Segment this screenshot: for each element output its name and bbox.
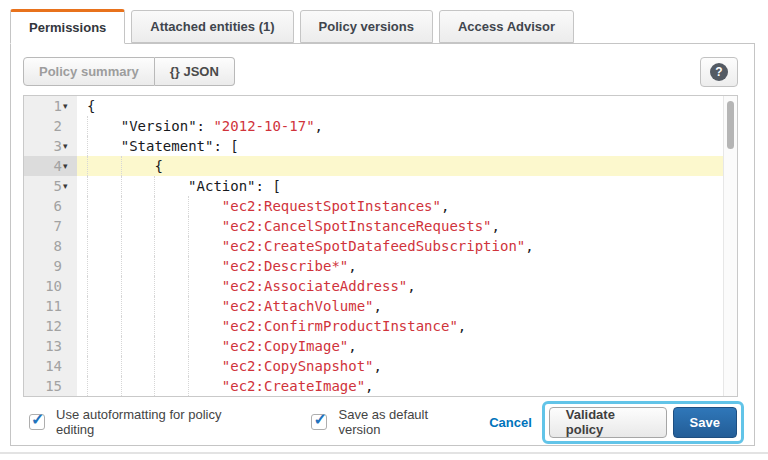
editor-gutter: 1▾2▾3▾4▾5▾6▾7▾8▾9▾10▾11▾12▾13▾14▾15▾ bbox=[24, 96, 77, 396]
permissions-panel: Policy summary {} JSON ? 1▾2▾3▾4▾5▾6▾7▾8… bbox=[10, 43, 755, 446]
gutter-line: 11▾ bbox=[24, 296, 77, 316]
gutter-line: 7▾ bbox=[24, 216, 77, 236]
gutter-line: 4▾ bbox=[24, 156, 77, 176]
json-view-button[interactable]: {} JSON bbox=[155, 57, 235, 86]
indent-guide bbox=[154, 376, 188, 396]
indent-guide bbox=[87, 296, 121, 316]
line-number: 15 bbox=[45, 376, 62, 396]
indent-guide bbox=[154, 356, 188, 376]
fold-arrow-icon[interactable]: ▾ bbox=[63, 136, 74, 156]
gutter-line: 1▾ bbox=[24, 96, 77, 116]
tab-attached-entities-1[interactable]: Attached entities (1) bbox=[131, 10, 293, 43]
indent-guide bbox=[154, 196, 188, 216]
indent-guide bbox=[188, 276, 222, 296]
policy-editor-page: PermissionsAttached entities (1)Policy v… bbox=[0, 0, 768, 460]
indent-guide bbox=[87, 376, 121, 396]
question-mark-icon: ? bbox=[710, 63, 728, 81]
indent-guide bbox=[154, 216, 188, 236]
line-number: 3 bbox=[54, 136, 62, 156]
indent-guide bbox=[121, 376, 155, 396]
indent-guide bbox=[87, 316, 121, 336]
tab-access-advisor[interactable]: Access Advisor bbox=[439, 10, 574, 43]
fold-arrow-icon[interactable]: ▾ bbox=[63, 96, 74, 116]
line-number: 2 bbox=[54, 116, 62, 136]
indent-guide bbox=[87, 176, 121, 196]
indent-guide bbox=[121, 176, 155, 196]
gutter-line: 12▾ bbox=[24, 316, 77, 336]
indent-guide bbox=[121, 256, 155, 276]
line-number: 7 bbox=[54, 216, 62, 236]
indent-guide bbox=[121, 196, 155, 216]
tab-policy-versions[interactable]: Policy versions bbox=[300, 10, 433, 43]
help-button[interactable]: ? bbox=[700, 57, 738, 87]
indent-guide bbox=[188, 236, 222, 256]
code-line: "ec2:AttachVolume", bbox=[77, 296, 723, 316]
indent-guide bbox=[154, 336, 188, 356]
gutter-line: 13▾ bbox=[24, 336, 77, 356]
autoformat-checkbox[interactable]: ✓ bbox=[29, 414, 45, 430]
save-button[interactable]: Save bbox=[673, 407, 737, 438]
line-number: 12 bbox=[45, 316, 62, 336]
cancel-link[interactable]: Cancel bbox=[489, 415, 532, 430]
indent-guide bbox=[154, 256, 188, 276]
gutter-line: 9▾ bbox=[24, 256, 77, 276]
check-icon: ✓ bbox=[313, 410, 326, 429]
editor-scrollbar[interactable] bbox=[723, 96, 737, 396]
code-line: "ec2:RequestSpotInstances", bbox=[77, 196, 723, 216]
indent-guide bbox=[87, 236, 121, 256]
gutter-line: 6▾ bbox=[24, 196, 77, 216]
code-line: "ec2:ConfirmProductInstance", bbox=[77, 316, 723, 336]
validate-policy-button[interactable]: Validate policy bbox=[549, 407, 667, 438]
indent-guide bbox=[188, 216, 222, 236]
indent-guide bbox=[121, 216, 155, 236]
indent-guide bbox=[188, 256, 222, 276]
editor-code[interactable]: {"Version": "2012-10-17","Statement": [{… bbox=[77, 96, 723, 396]
indent-guide bbox=[154, 236, 188, 256]
json-code-editor[interactable]: 1▾2▾3▾4▾5▾6▾7▾8▾9▾10▾11▾12▾13▾14▾15▾ {"V… bbox=[23, 95, 738, 397]
gutter-line: 3▾ bbox=[24, 136, 77, 156]
indent-guide bbox=[188, 296, 222, 316]
policy-summary-button[interactable]: Policy summary bbox=[23, 57, 155, 86]
indent-guide bbox=[87, 256, 121, 276]
action-buttons-focus-ring: Validate policy Save bbox=[542, 401, 744, 444]
indent-guide bbox=[87, 136, 121, 156]
line-number: 5 bbox=[54, 176, 62, 196]
indent-guide bbox=[188, 196, 222, 216]
scrollbar-thumb[interactable] bbox=[727, 101, 734, 149]
indent-guide bbox=[87, 196, 121, 216]
indent-guide bbox=[121, 336, 155, 356]
indent-guide bbox=[154, 176, 188, 196]
indent-guide bbox=[154, 316, 188, 336]
indent-guide bbox=[188, 356, 222, 376]
indent-guide bbox=[188, 336, 222, 356]
indent-guide bbox=[188, 316, 222, 336]
line-number: 8 bbox=[54, 236, 62, 256]
view-toggle-group: Policy summary {} JSON bbox=[23, 57, 235, 86]
tab-permissions[interactable]: Permissions bbox=[10, 9, 125, 44]
code-line: { bbox=[77, 156, 723, 176]
code-line: "ec2:AssociateAddress", bbox=[77, 276, 723, 296]
line-number: 13 bbox=[45, 336, 62, 356]
indent-guide bbox=[121, 276, 155, 296]
default-version-checkbox[interactable]: ✓ bbox=[311, 414, 327, 430]
gutter-line: 2▾ bbox=[24, 116, 77, 136]
indent-guide bbox=[154, 276, 188, 296]
indent-guide bbox=[121, 156, 155, 176]
code-line: "ec2:Describe*", bbox=[77, 256, 723, 276]
line-number: 1 bbox=[54, 96, 62, 116]
indent-guide bbox=[121, 296, 155, 316]
fold-arrow-icon[interactable]: ▾ bbox=[63, 156, 74, 176]
line-number: 11 bbox=[45, 296, 62, 316]
code-line: "ec2:CopyImage", bbox=[77, 336, 723, 356]
indent-guide bbox=[87, 156, 121, 176]
line-number: 10 bbox=[45, 276, 62, 296]
gutter-line: 14▾ bbox=[24, 356, 77, 376]
indent-guide bbox=[188, 376, 222, 396]
line-number: 6 bbox=[54, 196, 62, 216]
code-line: { bbox=[77, 96, 723, 116]
code-line: "Version": "2012-10-17", bbox=[77, 116, 723, 136]
editor-toolbar: Policy summary {} JSON ? bbox=[11, 44, 754, 95]
indent-guide bbox=[154, 296, 188, 316]
fold-arrow-icon[interactable]: ▾ bbox=[63, 176, 74, 196]
page-divider bbox=[0, 452, 768, 454]
